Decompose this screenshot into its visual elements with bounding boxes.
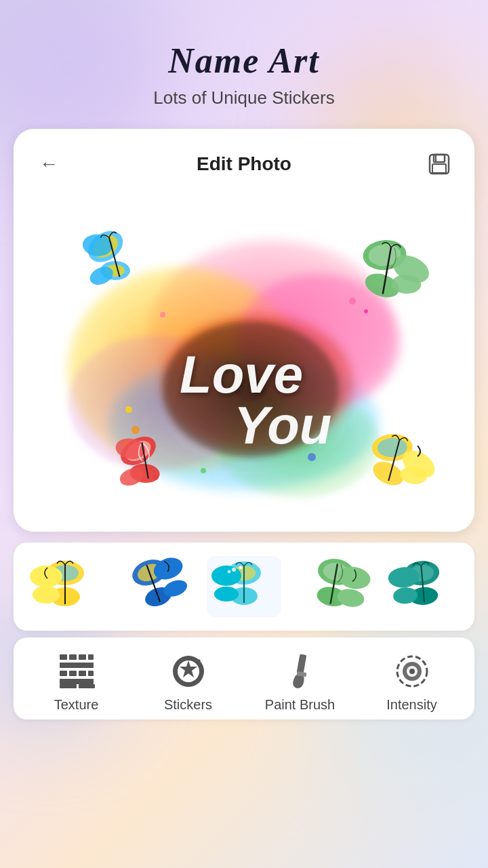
svg-rect-83 [60, 654, 67, 660]
svg-rect-92 [60, 679, 94, 684]
intensity-icon [392, 651, 432, 692]
svg-point-66 [214, 587, 239, 601]
svg-point-16 [349, 298, 356, 304]
texture-icon [56, 651, 97, 692]
svg-rect-86 [88, 654, 94, 660]
svg-rect-89 [69, 671, 77, 676]
stickers-label: Stickers [164, 697, 212, 713]
back-arrow-icon: ← [39, 153, 58, 175]
texture-tool[interactable]: Texture [29, 651, 124, 713]
svg-point-65 [211, 566, 241, 586]
svg-point-18 [160, 312, 165, 317]
intensity-label: Intensity [386, 697, 436, 713]
sticker-5[interactable] [386, 556, 460, 617]
artwork-svg: Love You [27, 193, 461, 518]
svg-rect-88 [60, 671, 67, 676]
sticker-1[interactable] [28, 556, 102, 617]
paint-brush-icon [280, 651, 321, 692]
svg-text:You: You [234, 395, 331, 455]
svg-point-21 [125, 406, 132, 413]
photo-canvas: Love You [27, 193, 461, 518]
texture-label: Texture [54, 697, 99, 713]
app-header: Name Art Lots of Unique Stickers [0, 0, 488, 129]
app-subtitle: Lots of Unique Stickers [14, 87, 474, 108]
stickers-tool[interactable]: Stickers [141, 651, 236, 713]
sticker-2[interactable] [117, 556, 192, 617]
bottom-toolbar: Texture Stickers [14, 637, 474, 719]
svg-point-105 [409, 669, 415, 674]
svg-point-68 [239, 566, 243, 570]
stickers-strip [14, 542, 474, 631]
save-button[interactable] [424, 149, 454, 179]
sticker-3[interactable] [207, 556, 281, 617]
main-card: ← Edit Photo [14, 129, 474, 532]
svg-rect-100 [296, 654, 306, 673]
svg-point-13 [131, 426, 140, 434]
svg-rect-91 [88, 671, 94, 676]
sticker-4[interactable] [296, 556, 371, 617]
app-title: Name Art [14, 41, 474, 81]
svg-rect-87 [60, 663, 94, 668]
edit-photo-title: Edit Photo [197, 153, 291, 175]
svg-rect-90 [79, 671, 86, 676]
edit-header: ← Edit Photo [27, 142, 461, 193]
paint-brush-tool[interactable]: Paint Brush [253, 651, 348, 713]
svg-point-17 [364, 309, 368, 313]
svg-rect-93 [60, 684, 77, 688]
back-button[interactable]: ← [34, 149, 64, 179]
svg-point-54 [33, 586, 60, 604]
save-icon [427, 152, 451, 176]
paint-brush-label: Paint Brush [265, 697, 335, 713]
svg-rect-2 [432, 164, 446, 173]
svg-rect-85 [79, 654, 86, 660]
svg-point-20 [201, 468, 206, 473]
stickers-icon [168, 651, 209, 692]
svg-point-69 [228, 570, 231, 574]
intensity-tool[interactable]: Intensity [365, 651, 460, 713]
svg-point-67 [232, 568, 236, 572]
svg-rect-94 [79, 684, 95, 688]
svg-rect-84 [69, 654, 77, 660]
